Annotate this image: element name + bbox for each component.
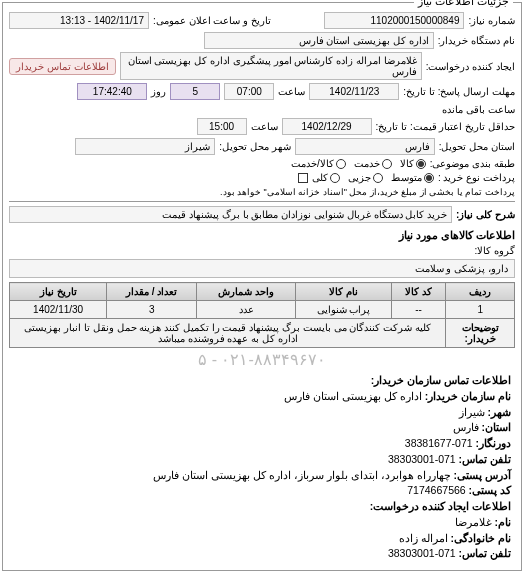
contact-line: شهر: شیراز (13, 405, 511, 421)
col-row: ردیف (446, 283, 515, 301)
unit-row: نام دستگاه خریدار: اداره کل بهزیستی استا… (9, 32, 515, 49)
cell-row: 1 (446, 301, 515, 319)
radio-goods-service[interactable]: کالا/خدمت (291, 158, 346, 169)
deadline-time: 07:00 (224, 83, 274, 100)
cell-code: -- (391, 301, 446, 319)
creator-row: ایجاد کننده درخواست: غلامرضا امراله زاده… (9, 52, 515, 80)
purchase-note: پرداخت تمام یا بخشی از مبلغ خرید،از محل … (220, 187, 515, 197)
deadline-date: 1402/11/23 (309, 83, 399, 100)
phone-label: تلفن تماس: (459, 453, 511, 465)
radio-goods[interactable]: کالا (400, 158, 426, 169)
deadline-label: مهلت ارسال پاسخ: تا تاریخ: (403, 86, 515, 97)
divider (9, 201, 515, 202)
creator-section-title: اطلاعات ایجاد کننده درخواست: (13, 499, 511, 515)
delivery-city: شیراز (75, 138, 215, 155)
delivery-province: فارس (295, 138, 435, 155)
contact-line: کد پستی: 7174667566 (13, 483, 511, 499)
city-value: شیراز (459, 406, 485, 418)
phone-value: 071-38303001 (388, 453, 456, 465)
radio-icon (336, 159, 346, 169)
notes-row: توضیحات خریدار: کلیه شرکت کنندگان می بای… (10, 319, 515, 348)
info-panel: جزئیات اطلاعات نیاز شماره نیاز: 11020001… (2, 2, 522, 571)
lname-label: نام خانوادگی: (451, 532, 511, 544)
radio-medium-label: متوسط (391, 172, 422, 183)
deadline-time-label: ساعت (278, 86, 305, 97)
panel-title: جزئیات اطلاعات نیاز (414, 0, 513, 8)
contacts-title: اطلاعات تماس سازمان خریدار: (13, 373, 511, 389)
contact-line: نام خانوادگی: امراله زاده (13, 531, 511, 547)
validity-time-label: ساعت (251, 121, 278, 132)
org-value: اداره کل بهزیستی استان فارس (284, 390, 422, 402)
subject-label: شرح کلی نیاز: (456, 209, 515, 220)
phones-watermark: ۰۲۱-۸۸۳۴۹۶۷۰ - ۵ (9, 348, 515, 371)
col-name: نام کالا (296, 283, 391, 301)
contact-line: دورنگار: 071-38381677 (13, 436, 511, 452)
contact-line: استان: فارس (13, 420, 511, 436)
radio-large[interactable]: کلی (312, 172, 340, 183)
validity-row: حداقل تاریخ اعتبار قیمت: تا تاریخ: 1402/… (9, 118, 515, 135)
classification-group: کالا خدمت کالا/خدمت (291, 158, 426, 169)
delivery-city-label: شهر محل تحویل: (219, 141, 290, 152)
notes-text: کلیه شرکت کنندگان می بایست برگ پیشنهاد ق… (10, 319, 446, 348)
creator-value: غلامرضا امراله زاده کارشناس امور پیشگیری… (120, 52, 422, 80)
purchase-type-group: متوسط جزیی کلی (312, 172, 434, 183)
group-label: گروه کالا: (474, 245, 515, 256)
city-label: شهر: (488, 406, 512, 418)
validity-time: 15:00 (197, 118, 247, 135)
postal-value: 7174667566 (407, 484, 465, 496)
table-row: 1 -- پراب شنوایی عدد 3 1402/11/30 (10, 301, 515, 319)
col-due: تاریخ نیاز (10, 283, 107, 301)
creator-label: ایجاد کننده درخواست: (426, 61, 515, 72)
classification-label: طبقه بندی موضوعی: (430, 158, 515, 169)
days-label: روز (151, 86, 166, 97)
radio-medium[interactable]: متوسط (391, 172, 434, 183)
public-date-value: 1402/11/17 - 13:13 (9, 12, 149, 29)
req-no-value: 1102000150000849 (324, 12, 464, 29)
items-table: ردیف کد کالا نام کالا واحد شمارش تعداد /… (9, 282, 515, 348)
remaining-days: 5 (170, 83, 220, 100)
col-qty: تعداد / مقدار (107, 283, 197, 301)
purchase-type-row: پرداخت نوع خرید : متوسط جزیی کلی پرداخت … (9, 172, 515, 197)
cell-name: پراب شنوایی (296, 301, 391, 319)
notes-label-cell: توضیحات خریدار: (446, 319, 515, 348)
group-value: دارو، پزشکی و سلامت (9, 259, 515, 278)
radio-gs-label: کالا/خدمت (291, 158, 334, 169)
subject-row: شرح کلی نیاز: خرید کابل دستگاه غربال شنو… (9, 206, 515, 223)
radio-icon (373, 173, 383, 183)
postal-label: کد پستی: (469, 484, 511, 496)
table-header-row: ردیف کد کالا نام کالا واحد شمارش تعداد /… (10, 283, 515, 301)
notes-label: توضیحات خریدار: (462, 322, 499, 344)
radio-goods-label: کالا (400, 158, 414, 169)
cell-qty: 3 (107, 301, 197, 319)
contacts-block: اطلاعات تماس سازمان خریدار: نام سازمان خ… (9, 371, 515, 564)
req-no-label: شماره نیاز: (468, 15, 515, 26)
validity-label: حداقل تاریخ اعتبار قیمت: تا تاریخ: (376, 121, 515, 132)
remaining-suffix: ساعت باقی مانده (442, 104, 515, 115)
radio-service[interactable]: خدمت (354, 158, 392, 169)
subject-text: خرید کابل دستگاه غربال شنوایی نوزادان مط… (9, 206, 452, 223)
unit-value: اداره کل بهزیستی استان فارس (204, 32, 434, 49)
province-value: فارس (453, 421, 479, 433)
address-label: آدرس پستی: (454, 469, 511, 481)
name-label: نام: (495, 516, 512, 528)
classification-row: طبقه بندی موضوعی: کالا خدمت کالا/خدمت (9, 158, 515, 169)
radio-service-label: خدمت (354, 158, 380, 169)
fax-label: دورنگار: (476, 437, 512, 449)
address-value: چهارراه هوابرد، ابتدای بلوار سرباز، ادار… (153, 469, 450, 481)
name-value: غلامرضا (455, 516, 492, 528)
cphone-value: 071-38303001 (388, 547, 456, 559)
radio-large-label: کلی (312, 172, 328, 183)
deadline-row: مهلت ارسال پاسخ: تا تاریخ: 1402/11/23 سا… (9, 83, 515, 115)
treasury-checkbox[interactable] (298, 173, 308, 183)
radio-icon (330, 173, 340, 183)
radio-icon (382, 159, 392, 169)
contact-buyer-button[interactable]: اطلاعات تماس خریدار (9, 58, 116, 75)
radio-small-label: جزیی (348, 172, 371, 183)
org-label: نام سازمان خریدار: (425, 390, 511, 402)
delivery-province-label: استان محل تحویل: (439, 141, 515, 152)
province-label: استان: (482, 421, 512, 433)
radio-small[interactable]: جزیی (348, 172, 383, 183)
remaining-hms: 17:42:40 (77, 83, 147, 100)
contact-line: آدرس پستی: چهارراه هوابرد، ابتدای بلوار … (13, 468, 511, 484)
cphone-label: تلفن تماس: (459, 547, 511, 559)
